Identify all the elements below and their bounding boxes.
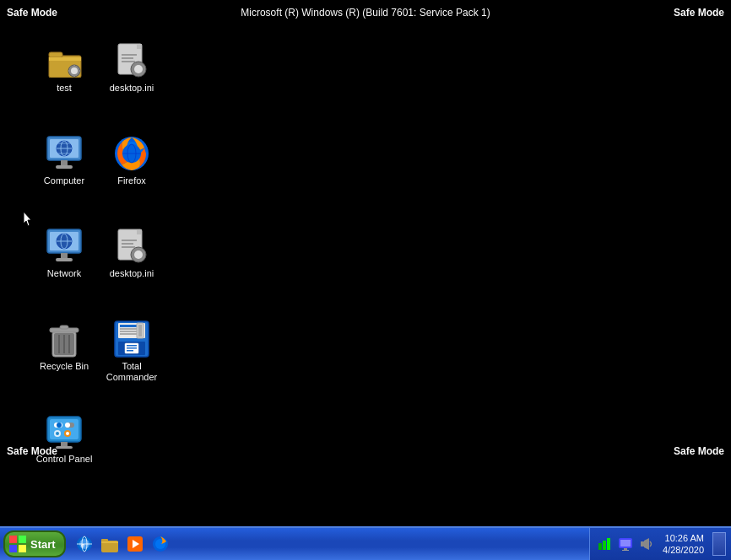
svg-rect-81 bbox=[56, 446, 73, 449]
clock-time: 10:26 AM bbox=[663, 532, 704, 544]
svg-rect-3 bbox=[49, 52, 62, 57]
svg-point-46 bbox=[134, 250, 143, 259]
svg-rect-59 bbox=[120, 325, 137, 327]
computer-label: Computer bbox=[44, 175, 84, 186]
svg-point-17 bbox=[134, 65, 143, 73]
svg-rect-18 bbox=[122, 54, 137, 56]
icon-desktop-ini-2[interactable]: desktop.ini bbox=[98, 226, 165, 279]
svg-rect-93 bbox=[101, 541, 118, 543]
mouse-cursor bbox=[24, 212, 34, 227]
icon-test-folder[interactable]: test bbox=[30, 40, 98, 94]
svg-marker-0 bbox=[24, 212, 31, 226]
desktop-ini-2-label: desktop.ini bbox=[110, 268, 154, 279]
desktop-ini-2-icon bbox=[111, 226, 152, 267]
svg-rect-8 bbox=[73, 65, 75, 67]
svg-rect-10 bbox=[68, 70, 71, 72]
taskbar-quicklaunch: e bbox=[69, 528, 589, 560]
systray-network-icon[interactable] bbox=[595, 535, 614, 553]
svg-rect-98 bbox=[598, 543, 602, 550]
svg-rect-99 bbox=[603, 541, 606, 550]
svg-rect-83 bbox=[19, 536, 26, 543]
icon-firefox[interactable]: Firefox bbox=[98, 133, 165, 186]
svg-rect-9 bbox=[73, 74, 75, 77]
svg-rect-68 bbox=[127, 347, 137, 349]
svg-rect-53 bbox=[60, 326, 68, 329]
clock-date: 4/28/2020 bbox=[663, 544, 704, 556]
safemode-bar-bottom: Safe Mode Safe Mode bbox=[0, 511, 731, 526]
svg-rect-104 bbox=[622, 550, 629, 551]
safemode-label-topright: Safe Mode bbox=[674, 7, 724, 19]
desktop: test desktop.ini bbox=[0, 17, 731, 476]
svg-rect-67 bbox=[127, 345, 137, 347]
svg-rect-71 bbox=[50, 419, 79, 439]
icon-total-commander[interactable]: Total Commander bbox=[98, 319, 165, 383]
total-commander-icon bbox=[111, 319, 152, 359]
svg-rect-44 bbox=[137, 229, 142, 234]
icon-recycle-bin[interactable]: Recycle Bin bbox=[30, 319, 98, 372]
svg-rect-69 bbox=[127, 350, 133, 352]
start-button[interactable]: Start bbox=[3, 530, 66, 557]
icon-computer[interactable]: Computer bbox=[30, 133, 98, 186]
svg-rect-105 bbox=[641, 541, 644, 547]
svg-rect-62 bbox=[120, 333, 137, 335]
firefox-label: Firefox bbox=[117, 175, 146, 186]
safemode-label-topleft: Safe Mode bbox=[7, 7, 57, 19]
network-icon bbox=[44, 226, 84, 267]
taskbar-media-icon[interactable] bbox=[123, 532, 147, 556]
safemode-label-bottomright: Safe Mode bbox=[674, 445, 724, 457]
taskbar-firefox-taskbar-icon[interactable] bbox=[149, 532, 172, 556]
svg-point-77 bbox=[56, 432, 59, 435]
taskbar: Start e bbox=[0, 526, 731, 560]
svg-rect-82 bbox=[9, 536, 17, 543]
svg-rect-85 bbox=[19, 545, 26, 552]
network-label: Network bbox=[47, 268, 81, 279]
systray-monitor-icon[interactable] bbox=[616, 535, 635, 553]
svg-rect-48 bbox=[122, 243, 133, 245]
icon-desktop-ini-1[interactable]: desktop.ini bbox=[98, 40, 165, 94]
recycle-bin-label: Recycle Bin bbox=[40, 361, 89, 372]
svg-rect-5 bbox=[49, 57, 81, 61]
desktop-ini-1-label: desktop.ini bbox=[110, 83, 154, 94]
test-folder-label: test bbox=[57, 83, 72, 94]
svg-rect-19 bbox=[122, 57, 133, 59]
svg-point-73 bbox=[57, 423, 62, 428]
svg-rect-47 bbox=[122, 240, 137, 241]
svg-marker-106 bbox=[644, 538, 649, 550]
taskbar-ie-icon[interactable]: e bbox=[73, 532, 96, 556]
svg-rect-80 bbox=[61, 442, 68, 446]
svg-rect-40 bbox=[61, 253, 68, 258]
svg-rect-29 bbox=[56, 165, 73, 169]
svg-text:e: e bbox=[81, 541, 85, 549]
svg-rect-20 bbox=[122, 61, 135, 62]
recycle-bin-icon bbox=[44, 319, 84, 359]
systray-icons bbox=[595, 535, 656, 553]
taskbar-systray: 10:26 AM 4/28/2020 bbox=[589, 528, 731, 560]
svg-rect-102 bbox=[620, 540, 631, 547]
desktop-ini-1-icon bbox=[111, 40, 152, 81]
svg-rect-49 bbox=[122, 246, 135, 248]
test-folder-icon bbox=[44, 40, 84, 81]
firefox-icon bbox=[111, 133, 152, 174]
svg-point-7 bbox=[71, 67, 78, 74]
safemode-label-bottomleft: Safe Mode bbox=[7, 445, 57, 457]
svg-rect-41 bbox=[56, 258, 73, 261]
svg-rect-103 bbox=[624, 548, 627, 550]
svg-point-75 bbox=[65, 423, 70, 428]
total-commander-label: Total Commander bbox=[106, 361, 158, 383]
svg-rect-11 bbox=[78, 70, 80, 72]
svg-point-79 bbox=[66, 432, 69, 435]
taskbar-folder-icon[interactable] bbox=[98, 532, 122, 556]
show-desktop-button[interactable] bbox=[712, 532, 726, 556]
svg-rect-28 bbox=[61, 160, 68, 165]
svg-rect-100 bbox=[607, 538, 610, 550]
windows-title: Microsoft (R) Windows (R) (Build 7601: S… bbox=[241, 7, 490, 19]
systray-volume-icon[interactable] bbox=[637, 535, 656, 553]
start-label: Start bbox=[30, 538, 56, 551]
system-clock[interactable]: 10:26 AM 4/28/2020 bbox=[659, 532, 707, 557]
svg-rect-84 bbox=[9, 545, 17, 552]
computer-icon bbox=[44, 133, 84, 174]
icon-network[interactable]: Network bbox=[30, 226, 98, 279]
svg-rect-15 bbox=[137, 44, 142, 49]
svg-rect-64 bbox=[138, 325, 142, 337]
